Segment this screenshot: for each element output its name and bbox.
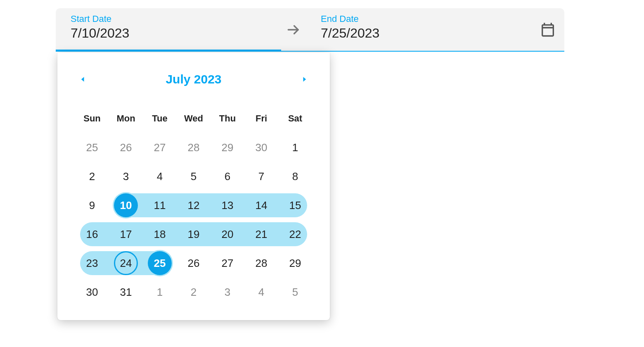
calendar-day[interactable]: 7 xyxy=(244,162,278,190)
calendar-day-number: 9 xyxy=(80,193,104,217)
end-date-value: 7/25/2023 xyxy=(321,26,531,41)
calendar-day-number: 6 xyxy=(215,164,239,188)
calendar-day[interactable]: 2 xyxy=(75,162,109,190)
calendar-day-number: 18 xyxy=(148,222,172,246)
calendar-day-number: 29 xyxy=(283,251,307,275)
weekday-header: Sat xyxy=(278,105,312,133)
calendar-day-number: 31 xyxy=(114,280,138,304)
calendar-popup: July 2023 SunMonTueWedThuFriSat252627282… xyxy=(57,52,330,320)
calendar-day[interactable]: 16 xyxy=(75,220,109,248)
calendar-day[interactable]: 17 xyxy=(109,220,143,248)
calendar-day[interactable]: 3 xyxy=(211,278,244,306)
calendar-day-number: 1 xyxy=(148,280,172,304)
prev-month-button[interactable] xyxy=(74,70,92,88)
calendar-day[interactable]: 12 xyxy=(177,191,211,219)
end-date-label: End Date xyxy=(321,14,531,24)
calendar-day[interactable]: 23 xyxy=(75,249,109,277)
calendar-day-number: 1 xyxy=(283,135,307,159)
calendar-day-number: 2 xyxy=(182,280,206,304)
calendar-day-number: 27 xyxy=(148,135,172,159)
calendar-day[interactable]: 27 xyxy=(211,249,244,277)
calendar-day-number: 22 xyxy=(283,222,307,246)
calendar-day-number: 16 xyxy=(80,222,104,246)
calendar-day[interactable]: 26 xyxy=(177,249,211,277)
calendar-day[interactable]: 29 xyxy=(211,133,244,162)
calendar-day[interactable]: 25 xyxy=(75,133,109,162)
calendar-day[interactable]: 1 xyxy=(278,133,312,162)
calendar-day-number: 15 xyxy=(283,193,307,217)
start-date-field[interactable]: Start Date 7/10/2023 xyxy=(56,8,281,51)
calendar-day[interactable]: 5 xyxy=(278,278,312,306)
calendar-icon[interactable] xyxy=(531,8,564,51)
date-range-input: Start Date 7/10/2023 End Date 7/25/2023 xyxy=(56,8,564,52)
start-date-label: Start Date xyxy=(71,14,281,24)
end-date-field[interactable]: End Date 7/25/2023 xyxy=(306,8,531,51)
calendar-day-number: 5 xyxy=(182,164,206,188)
calendar-day[interactable]: 30 xyxy=(75,278,109,306)
calendar-day[interactable]: 4 xyxy=(244,278,278,306)
calendar-day[interactable]: 2 xyxy=(177,278,211,306)
calendar-day-number: 4 xyxy=(148,164,172,188)
calendar-day-number: 25 xyxy=(148,251,172,275)
calendar-day-number: 2 xyxy=(80,164,104,188)
calendar-day[interactable]: 31 xyxy=(109,278,143,306)
calendar-day[interactable]: 24 xyxy=(109,249,143,277)
start-date-value: 7/10/2023 xyxy=(71,26,281,41)
next-month-button[interactable] xyxy=(295,70,313,88)
calendar-day-number: 4 xyxy=(249,280,273,304)
calendar-day[interactable]: 29 xyxy=(278,249,312,277)
weekday-header: Sun xyxy=(75,105,109,133)
calendar-day[interactable]: 28 xyxy=(244,249,278,277)
calendar-day-number: 13 xyxy=(215,193,239,217)
calendar-day[interactable]: 6 xyxy=(211,162,244,190)
calendar-day-number: 29 xyxy=(215,135,239,159)
calendar-day-number: 3 xyxy=(215,280,239,304)
calendar-day-number: 26 xyxy=(182,251,206,275)
weekday-header: Wed xyxy=(177,105,211,133)
calendar-day-number: 8 xyxy=(283,164,307,188)
calendar-day[interactable]: 1 xyxy=(143,278,177,306)
calendar-day[interactable]: 10 xyxy=(109,191,143,219)
calendar-day[interactable]: 30 xyxy=(244,133,278,162)
weekday-header: Tue xyxy=(143,105,177,133)
calendar-day[interactable]: 26 xyxy=(109,133,143,162)
month-header: July 2023 xyxy=(74,68,313,90)
calendar-day-number: 28 xyxy=(182,135,206,159)
calendar-day[interactable]: 13 xyxy=(211,191,244,219)
calendar-day-number: 12 xyxy=(182,193,206,217)
calendar-day-number: 14 xyxy=(249,193,273,217)
calendar-day-number: 30 xyxy=(249,135,273,159)
calendar-day[interactable]: 27 xyxy=(143,133,177,162)
month-title[interactable]: July 2023 xyxy=(166,72,221,86)
calendar-day-number: 28 xyxy=(249,251,273,275)
arrow-right-icon xyxy=(281,8,306,51)
calendar-day-number: 20 xyxy=(215,222,239,246)
calendar-day[interactable]: 20 xyxy=(211,220,244,248)
calendar-day[interactable]: 21 xyxy=(244,220,278,248)
calendar-day[interactable]: 8 xyxy=(278,162,312,190)
calendar-day[interactable]: 9 xyxy=(75,191,109,219)
calendar-day-number: 27 xyxy=(215,251,239,275)
calendar-day-number: 5 xyxy=(283,280,307,304)
calendar-day-number: 7 xyxy=(249,164,273,188)
calendar-day[interactable]: 18 xyxy=(143,220,177,248)
calendar-grid: SunMonTueWedThuFriSat2526272829301234567… xyxy=(74,105,313,306)
calendar-day[interactable]: 15 xyxy=(278,191,312,219)
calendar-day[interactable]: 11 xyxy=(143,191,177,219)
calendar-day[interactable]: 28 xyxy=(177,133,211,162)
calendar-day[interactable]: 14 xyxy=(244,191,278,219)
calendar-day[interactable]: 3 xyxy=(109,162,143,190)
weekday-header: Mon xyxy=(109,105,143,133)
calendar-day[interactable]: 25 xyxy=(143,249,177,277)
calendar-day-number: 25 xyxy=(80,135,104,159)
weekday-header: Fri xyxy=(244,105,278,133)
calendar-day-number: 3 xyxy=(114,164,138,188)
calendar-day[interactable]: 19 xyxy=(177,220,211,248)
calendar-day-number: 17 xyxy=(114,222,138,246)
calendar-day[interactable]: 22 xyxy=(278,220,312,248)
calendar-day-number: 19 xyxy=(182,222,206,246)
calendar-day[interactable]: 4 xyxy=(143,162,177,190)
calendar-day-number: 11 xyxy=(148,193,172,217)
calendar-day-number: 26 xyxy=(114,135,138,159)
calendar-day[interactable]: 5 xyxy=(177,162,211,190)
